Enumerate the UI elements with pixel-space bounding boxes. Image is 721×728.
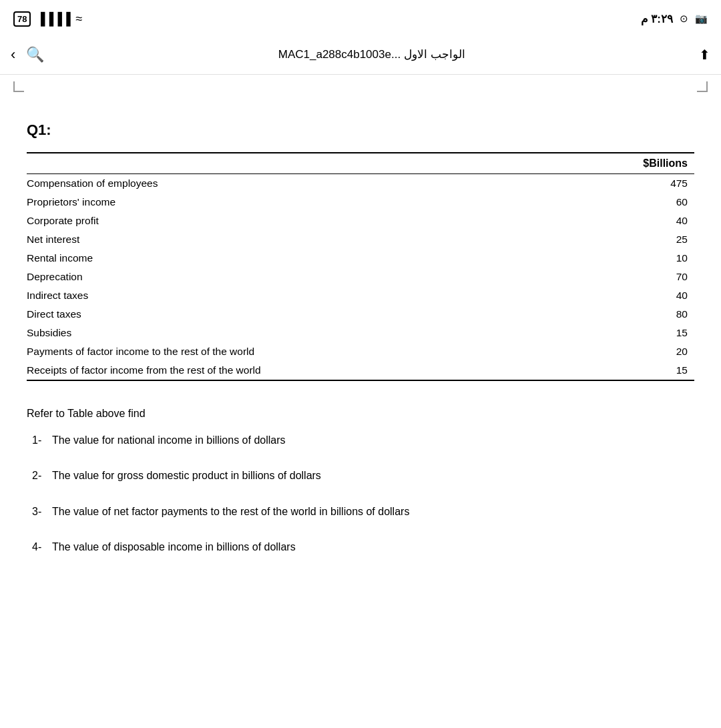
table-cell-label: Subsidies	[27, 324, 577, 342]
table-header-label	[27, 153, 577, 174]
table-cell-label: Deprecation	[27, 268, 577, 286]
table-cell-value: 15	[577, 324, 694, 342]
table-body: Compensation of employees 475 Proprietor…	[27, 174, 694, 381]
table-cell-label: Compensation of employees	[27, 174, 577, 194]
question-text: The value for gross domestic product in …	[52, 467, 694, 484]
data-table: $Billions Compensation of employees 475 …	[27, 152, 694, 385]
table-cell-value: 60	[577, 193, 694, 212]
table-row: Direct taxes 80	[27, 305, 694, 324]
table-cell-label: Receipts of factor income from the rest …	[27, 361, 577, 380]
table-row: Compensation of employees 475	[27, 174, 694, 194]
table-header-row: $Billions	[27, 153, 694, 174]
table-row: Receipts of factor income from the rest …	[27, 361, 694, 380]
table-header-value: $Billions	[577, 153, 694, 174]
table-header: $Billions	[27, 153, 694, 174]
question-text: The value of disposable income in billio…	[52, 538, 694, 556]
back-button[interactable]: ‹	[11, 46, 15, 63]
table-cell-label: Proprietors' income	[27, 193, 577, 212]
table-cell-value: 70	[577, 268, 694, 286]
table-cell-label: Direct taxes	[27, 305, 577, 324]
status-right: 📷 ⊙ ٣:٢٩ م	[641, 12, 708, 26]
battery-icon: 78	[13, 11, 31, 27]
question-text: The value for national income in billion…	[52, 432, 694, 449]
refer-text: Refer to Table above find	[27, 405, 694, 422]
search-button[interactable]: 🔍	[26, 46, 44, 63]
table-cell-value: 475	[577, 174, 694, 194]
question-item: 4- The value of disposable income in bil…	[27, 538, 694, 556]
table-cell-value: 10	[577, 249, 694, 268]
question-item: 1- The value for national income in bill…	[27, 432, 694, 449]
table-row: Proprietors' income 60	[27, 193, 694, 212]
browser-bar: ‹ 🔍 الواجب الاول ...MAC1_a288c4b1003e ⬆	[0, 35, 721, 75]
table-cell-value: 40	[577, 212, 694, 230]
status-bar: 78 ▐▐▐▐ ≈ 📷 ⊙ ٣:٢٩ م	[0, 0, 721, 35]
table-footer-label	[27, 380, 577, 385]
question-item: 3- The value of net factor payments to t…	[27, 503, 694, 520]
question-number: 4-	[27, 538, 45, 556]
question-number: 1-	[27, 432, 45, 449]
table-footer	[27, 380, 694, 385]
table-row: Indirect taxes 40	[27, 286, 694, 305]
camera-icon: ⊙	[680, 13, 688, 25]
question-number: 3-	[27, 503, 45, 520]
table-footer-value	[577, 380, 694, 385]
instagram-icon: 📷	[695, 13, 708, 25]
question-item: 2- The value for gross domestic product …	[27, 467, 694, 484]
table-footer-row	[27, 380, 694, 385]
browser-title: الواجب الاول ...MAC1_a288c4b1003e	[55, 47, 688, 61]
table-row: Deprecation 70	[27, 268, 694, 286]
questions-list: 1- The value for national income in bill…	[27, 432, 694, 556]
table-cell-label: Rental income	[27, 249, 577, 268]
question-number: 2-	[27, 467, 45, 484]
table-cell-value: 80	[577, 305, 694, 324]
table-cell-value: 40	[577, 286, 694, 305]
table-cell-label: Payments of factor income to the rest of…	[27, 342, 577, 361]
question-text: The value of net factor payments to the …	[52, 503, 694, 520]
content-area: Q1: $Billions Compensation of employees …	[0, 101, 721, 588]
questions-section: Refer to Table above find 1- The value f…	[27, 405, 694, 556]
table-row: Corporate profit 40	[27, 212, 694, 230]
table-cell-label: Indirect taxes	[27, 286, 577, 305]
table-cell-label: Corporate profit	[27, 212, 577, 230]
table-cell-value: 15	[577, 361, 694, 380]
wifi-icon: ≈	[75, 12, 82, 26]
time-display: ٣:٢٩ م	[641, 12, 673, 26]
question-heading: Q1:	[27, 121, 694, 139]
table-cell-value: 25	[577, 230, 694, 249]
table-row: Subsidies 15	[27, 324, 694, 342]
status-left: 78 ▐▐▐▐ ≈	[13, 11, 82, 27]
table-row: Payments of factor income to the rest of…	[27, 342, 694, 361]
corners-row	[0, 81, 721, 95]
corner-right	[697, 81, 708, 92]
table-cell-label: Net interest	[27, 230, 577, 249]
share-button[interactable]: ⬆	[699, 47, 710, 63]
signal-icon: ▐▐▐▐	[36, 12, 70, 26]
table-row: Rental income 10	[27, 249, 694, 268]
corner-left	[13, 81, 24, 92]
table-row: Net interest 25	[27, 230, 694, 249]
table-cell-value: 20	[577, 342, 694, 361]
